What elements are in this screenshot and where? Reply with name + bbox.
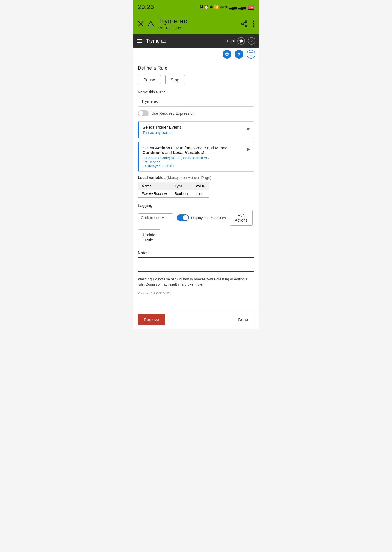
local-variables-label: Local Variables: [138, 175, 166, 180]
logging-controls-row: Click to set ▼ Display current values Ru…: [138, 210, 254, 245]
svg-rect-12: [249, 53, 253, 55]
actions-line1: sendSavedCode('AC on') on Broadlink AC: [143, 156, 247, 160]
update-rule-button[interactable]: UpdateRule: [138, 229, 160, 245]
warning-message: Warning Do not use back button in browse…: [138, 277, 254, 287]
chat-icon-button[interactable]: 💬: [237, 37, 245, 45]
help-nav-button[interactable]: ?: [248, 37, 255, 45]
local-variables-sublabel: (Manage on Actions Page): [167, 175, 212, 180]
local-variables-header: Local Variables (Manage on Actions Page): [138, 175, 254, 180]
required-expression-row: Use Required Expression: [138, 110, 254, 116]
trigger-events-title: Select Trigger Events: [143, 125, 182, 129]
logging-dropdown-value: Click to set: [141, 216, 159, 220]
nfc-icon: N: [200, 5, 203, 10]
actions-line3: --> delayed: 0:00:01: [143, 164, 247, 168]
trigger-events-subtitle: Test ac physical on: [143, 131, 182, 135]
logging-dropdown[interactable]: Click to set ▼: [138, 213, 173, 222]
svg-line-7: [243, 24, 245, 25]
nav-bar: Tryme ac Hubi 💬 ?: [133, 34, 259, 48]
run-actions-button[interactable]: RunActions: [230, 210, 253, 226]
page-title: Define a Rule: [138, 65, 254, 71]
alarm-icon: ⏰: [204, 5, 209, 9]
svg-point-4: [245, 21, 247, 23]
battery-indicator: 14: [248, 5, 254, 10]
hamburger-menu[interactable]: [137, 39, 142, 43]
logging-dropdown-arrow-icon: ▼: [161, 216, 165, 220]
actions-chevron-icon: ▶: [247, 147, 250, 152]
warning-icon: [148, 20, 154, 27]
nav-left: Tryme ac: [137, 38, 166, 44]
actions-content: Select Actions to Run (and Create and Ma…: [143, 145, 247, 168]
notes-label: Notes: [138, 250, 254, 255]
app-title: Tryme ac: [158, 17, 187, 25]
table-cell: Boolean: [171, 190, 192, 198]
required-expression-toggle[interactable]: [138, 110, 149, 116]
app-subtitle: 192.168.1.105: [158, 26, 187, 30]
settings-button[interactable]: [223, 50, 231, 59]
close-button[interactable]: [138, 21, 144, 27]
svg-point-3: [151, 25, 151, 25]
status-bar: 20:23 N ⏰ ✱ 📶 VoLTE ▃▄▅ ▃▄▅ 14: [133, 0, 259, 14]
logging-label: Logging: [138, 203, 254, 208]
remove-button[interactable]: Remove: [138, 314, 165, 325]
signal-icon: ▃▄▅: [229, 5, 237, 9]
trigger-chevron-icon: ▶: [247, 126, 250, 131]
svg-point-9: [253, 20, 254, 22]
app-bar-right: [241, 20, 254, 27]
stop-button[interactable]: Stop: [165, 75, 185, 84]
rule-name-label: Name this Rule*: [138, 90, 254, 94]
actions-line2: Off: Test ac: [143, 160, 247, 164]
action-buttons-row: Pause Stop: [138, 75, 254, 84]
logging-section: Logging Click to set ▼ Display current v…: [138, 203, 254, 245]
nav-user-label: Hubi: [227, 39, 235, 43]
app-bar-left: Tryme ac 192.168.1.105: [138, 17, 187, 30]
svg-point-6: [245, 25, 247, 27]
lv-col-type: Type: [171, 182, 192, 190]
app-bar: Tryme ac 192.168.1.105: [133, 14, 259, 34]
actions-card[interactable]: Select Actions to Run (and Create and Ma…: [138, 142, 254, 172]
more-options-button[interactable]: [253, 20, 254, 27]
pause-button[interactable]: Pause: [138, 75, 161, 84]
nav-title: Tryme ac: [146, 38, 166, 44]
table-row: Private BooleanBooleantrue: [138, 190, 209, 198]
app-bar-title-group: Tryme ac 192.168.1.105: [158, 17, 187, 30]
trigger-events-card[interactable]: Select Trigger Events Test ac physical o…: [138, 121, 254, 138]
table-cell: true: [192, 190, 209, 198]
bluetooth-icon: ✱: [210, 5, 213, 9]
nav-right: Hubi 💬 ?: [227, 37, 255, 45]
share-button[interactable]: [241, 20, 248, 27]
local-variables-table: Name Type Value Private BooleanBooleantr…: [138, 182, 209, 198]
svg-point-5: [241, 23, 243, 25]
svg-point-11: [253, 25, 254, 27]
svg-point-10: [253, 23, 254, 24]
display-current-values-toggle-group: Display current values: [177, 214, 226, 221]
notes-textarea[interactable]: [138, 257, 254, 272]
signal2-icon: ▃▄▅: [238, 5, 246, 9]
display-current-values-toggle[interactable]: [177, 214, 189, 221]
lv-col-value: Value: [192, 182, 209, 190]
wifi-icon: 📶: [214, 5, 219, 9]
trigger-events-content: Select Trigger Events Test ac physical o…: [143, 125, 182, 135]
rule-name-input[interactable]: [138, 96, 254, 107]
svg-line-8: [243, 22, 245, 23]
done-button[interactable]: Done: [232, 314, 254, 325]
status-icons: N ⏰ ✱ 📶 VoLTE ▃▄▅ ▃▄▅ 14: [200, 5, 254, 10]
lte-icon: VoLTE: [220, 6, 228, 9]
main-content: Define a Rule Pause Stop Name this Rule*…: [133, 61, 259, 310]
version-text: Version 5.1.4 (5/11/2023): [138, 292, 254, 295]
screen-button[interactable]: [247, 50, 255, 59]
display-current-values-label: Display current values: [191, 216, 226, 220]
status-time: 20:23: [138, 4, 154, 11]
actions-title: Select Actions to Run (and Create and Ma…: [143, 145, 247, 155]
help-button[interactable]: ?: [235, 50, 243, 59]
tool-bar: ?: [133, 48, 259, 61]
lv-col-name: Name: [138, 182, 171, 190]
table-cell: Private Boolean: [138, 190, 171, 198]
required-expression-label: Use Required Expression: [151, 111, 195, 116]
bottom-bar: Remove Done: [133, 310, 259, 329]
